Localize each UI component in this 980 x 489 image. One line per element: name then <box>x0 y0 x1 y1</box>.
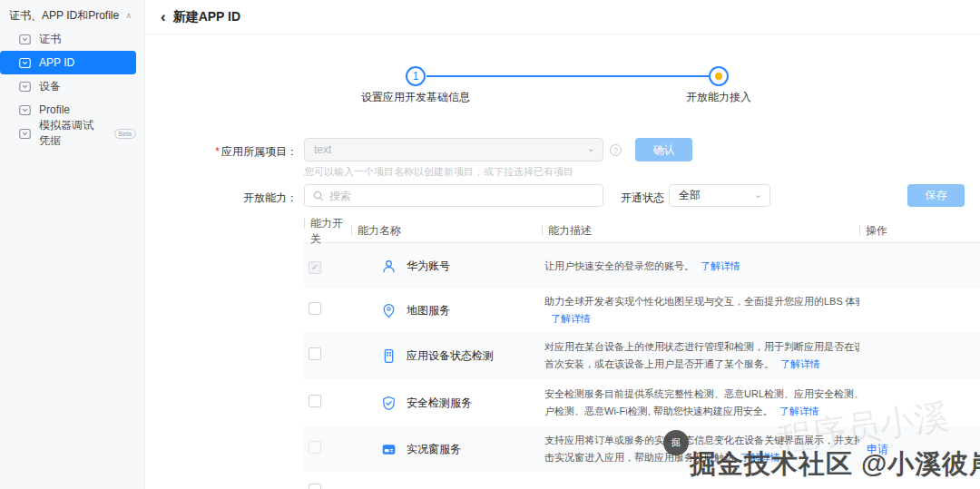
ability-search-box[interactable] <box>304 184 603 207</box>
map-pin-icon <box>381 303 397 318</box>
learn-more-link[interactable]: 了解详情 <box>701 260 740 271</box>
table-row-partial <box>304 472 980 489</box>
page: 证书、APP ID和Profile ∧ 证书APP ID设备Profile模拟器… <box>0 0 980 489</box>
sidebar-item-label: 设备 <box>39 79 61 94</box>
capability-description: 户检测、恶意Wi-Fi检测, 帮助您快速构建应用安全。了解详情 <box>544 403 859 420</box>
folder-badge-icon <box>19 82 31 92</box>
user-icon <box>381 259 397 274</box>
step-2-dot <box>715 73 722 80</box>
table-header-row: 能力开关能力名称能力描述操作 <box>304 220 980 243</box>
column-header-操作: 操作 <box>859 223 980 239</box>
back-icon[interactable]: ‹ <box>161 9 166 24</box>
sidebar-item-证书[interactable]: 证书 <box>0 27 136 51</box>
sidebar-item-设备[interactable]: 设备 <box>0 74 136 98</box>
capability-description: 安全检测服务目前提供系统完整性检测、恶意URL检测、应用安全检测、虚假用 <box>544 386 859 403</box>
learn-more-link[interactable]: 了解详情 <box>551 313 591 324</box>
capability-description: 首次安装，或在该设备上用户是否开通了某个服务。了解详情 <box>544 356 859 373</box>
required-asterisk: * <box>215 145 220 158</box>
capability-checkbox <box>309 441 321 454</box>
beta-badge: Beta <box>114 129 136 139</box>
capability-description: 支持应用将订单或服务的实时状态信息变化在设备关键界面展示，并支持用户点 <box>544 432 859 449</box>
capability-name: 应用设备状态检测 <box>407 348 494 364</box>
project-input[interactable] <box>305 139 603 161</box>
capability-description: 击实况窗进入应用，帮助应用服务及时触达了解详情 <box>544 449 859 466</box>
folder-badge-icon <box>19 34 31 44</box>
capability-name: 地图服务 <box>407 303 450 318</box>
table-row: 实况窗服务支持应用将订单或服务的实时状态信息变化在设备关键界面展示，并支持用户点… <box>304 426 980 472</box>
capability-checkbox: ✓ <box>309 261 321 274</box>
column-header-能力名称: 能力名称 <box>351 223 542 239</box>
table-body: ✓华为账号让用户快速安全的登录您的账号。了解详情地图服务助力全球开发者实现个性化… <box>304 243 980 472</box>
step-1-circle: 1 <box>406 66 426 86</box>
step-1-number: 1 <box>413 70 419 83</box>
sidebar-header-label: 证书、APP ID和Profile <box>9 8 119 24</box>
column-header-能力描述: 能力描述 <box>542 223 859 239</box>
table-row: 地图服务助力全球开发者实现个性化地图呈现与交互，全面提升您应用的LBS 体验。了… <box>304 289 980 332</box>
step-connector-line <box>426 75 709 77</box>
search-icon <box>313 191 324 201</box>
folder-badge-icon <box>19 105 31 115</box>
capability-description: 对应用在某台设备上的使用状态进行管理和检测，用于判断应用是否在该设备上 <box>544 338 859 356</box>
collapse-chevron-icon[interactable]: ∧ <box>125 11 132 20</box>
project-hint: 您可以输入一个项目名称以创建新项目，或下拉选择已有项目 <box>304 165 573 179</box>
live-window-icon <box>381 442 397 457</box>
sidebar-header[interactable]: 证书、APP ID和Profile ∧ <box>0 4 144 27</box>
page-title: 新建APP ID <box>173 9 240 25</box>
folder-badge-icon <box>19 129 31 139</box>
status-field-label: 开通状态： <box>621 191 675 206</box>
project-field-label: *应用所属项目： <box>145 144 298 160</box>
learn-more-link[interactable]: 了解详情 <box>779 406 819 416</box>
capability-table: 能力开关能力名称能力描述操作 ✓华为账号让用户快速安全的登录您的账号。了解详情地… <box>304 220 980 489</box>
top-bar: ‹ 新建APP ID <box>145 0 980 34</box>
status-select[interactable]: 全部 ⌄ <box>669 184 770 207</box>
capability-description: 助力全球开发者实现个性化地图呈现与交互，全面提升您应用的LBS 体验。 <box>544 293 859 310</box>
shield-icon <box>381 396 397 411</box>
table-row: 应用设备状态检测对应用在某台设备上的使用状态进行管理和检测，用于判断应用是否在该… <box>304 332 980 379</box>
sidebar-item-模拟器调试凭据[interactable]: 模拟器调试凭据Beta <box>0 122 136 145</box>
capability-checkbox[interactable] <box>309 395 321 407</box>
capability-name: 华为账号 <box>407 259 450 274</box>
sidebar-item-label: APP ID <box>39 56 74 69</box>
sidebar-items: 证书APP ID设备Profile模拟器调试凭据Beta <box>0 27 144 145</box>
capability-description: 让用户快速安全的登录您的账号。了解详情 <box>544 258 859 275</box>
apply-link[interactable]: 申请 <box>867 443 888 455</box>
help-icon[interactable]: ? <box>610 144 622 156</box>
chevron-down-icon: ⌄ <box>754 189 762 200</box>
table-row: ✓华为账号让用户快速安全的登录您的账号。了解详情 <box>304 243 980 289</box>
step-2-label: 开放能力接入 <box>686 90 751 105</box>
project-select[interactable]: ⌄ <box>304 138 603 161</box>
column-header-能力开关: 能力开关 <box>304 216 351 247</box>
sidebar-item-label: 模拟器调试凭据 <box>39 118 104 149</box>
sidebar: 证书、APP ID和Profile ∧ 证书APP ID设备Profile模拟器… <box>0 0 145 489</box>
learn-more-link[interactable]: 了解详情 <box>780 358 820 369</box>
confirm-button[interactable]: 确认 <box>635 138 692 161</box>
device-status-icon <box>381 348 397 364</box>
sidebar-item-label: 证书 <box>39 32 61 47</box>
save-button[interactable]: 保存 <box>907 184 965 207</box>
capability-checkbox[interactable] <box>309 302 321 315</box>
capability-name: 实况窗服务 <box>407 442 461 457</box>
capability-name: 安全检测服务 <box>407 396 472 411</box>
step-2-circle <box>709 66 729 86</box>
sidebar-item-label: Profile <box>39 103 70 116</box>
capability-checkbox[interactable] <box>309 484 321 489</box>
ability-field-label: 开放能力： <box>145 191 298 206</box>
step-1-label: 设置应用开发基础信息 <box>361 90 470 105</box>
learn-more-link[interactable]: 了解详情 <box>740 452 780 463</box>
status-select-value: 全部 <box>679 188 701 203</box>
sidebar-item-APP ID[interactable]: APP ID <box>0 51 136 74</box>
capability-checkbox[interactable] <box>309 347 321 360</box>
ability-search-input[interactable] <box>324 190 603 202</box>
table-row: 安全检测服务安全检测服务目前提供系统完整性检测、恶意URL检测、应用安全检测、虚… <box>304 379 980 426</box>
folder-badge-icon <box>19 58 31 68</box>
capability-description: 了解详情 <box>544 310 859 328</box>
